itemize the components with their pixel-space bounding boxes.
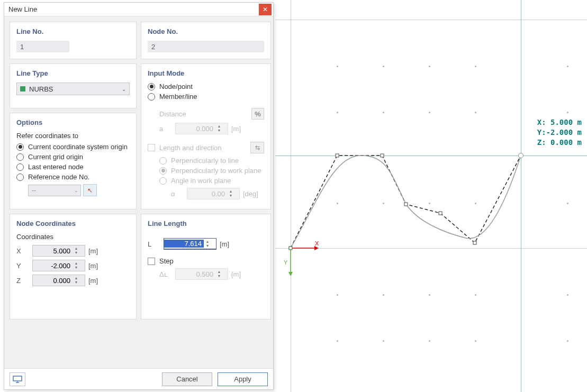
line-type-select[interactable]: NURBS ⌄ bbox=[16, 83, 130, 95]
cancel-button[interactable]: Cancel bbox=[162, 372, 212, 386]
close-button[interactable]: ✕ bbox=[259, 4, 272, 15]
coord-y-spinner[interactable]: ▲▼ bbox=[32, 260, 85, 271]
refer-reference-node[interactable]: Reference node No. bbox=[16, 173, 130, 181]
crosshair-vertical bbox=[521, 0, 521, 392]
svg-rect-13 bbox=[13, 376, 22, 381]
svg-text:Y: Y bbox=[284, 259, 288, 266]
angle-workplane-radio: Angle in work plane bbox=[159, 177, 264, 185]
line-no-field[interactable] bbox=[16, 41, 69, 52]
cursor-new-node-icon bbox=[518, 153, 523, 158]
svg-text:X: X bbox=[315, 240, 319, 247]
refer-cs-origin[interactable]: Current coordinate system origin bbox=[16, 143, 130, 151]
titlebar[interactable]: New Line ✕ bbox=[4, 3, 273, 16]
gridline-h bbox=[275, 20, 587, 20]
svg-rect-10 bbox=[404, 203, 408, 206]
perp-workplane-radio: Perpendicularly to work plane bbox=[159, 167, 264, 175]
line-no-header: Line No. bbox=[16, 28, 130, 35]
axis-x-origin bbox=[275, 248, 587, 249]
panel-options: Options Refer coordinates to Current coo… bbox=[10, 113, 137, 209]
input-mode-node-point[interactable]: Node/point bbox=[148, 83, 264, 90]
percent-toggle-button[interactable]: % bbox=[251, 108, 264, 120]
crosshair-horizontal bbox=[275, 156, 587, 156]
readout-z: Z: 0.000 m bbox=[537, 138, 582, 148]
view-toggle-button[interactable] bbox=[10, 372, 25, 386]
pick-cursor-icon: ↖ bbox=[87, 187, 93, 194]
coord-z-unit: [m] bbox=[88, 277, 98, 285]
alpha-label: α bbox=[171, 190, 187, 198]
refer-last-node[interactable]: Last entered node bbox=[16, 163, 130, 171]
panel-line-type: Line Type NURBS ⌄ bbox=[10, 63, 137, 108]
line-length-header: Line Length bbox=[148, 220, 264, 227]
panel-input-mode: Input Mode Node/point Member/line Distan… bbox=[141, 63, 271, 209]
new-line-dialog: New Line ✕ Line No. Node No. Line Type N… bbox=[4, 2, 274, 390]
refer-grid-origin[interactable]: Current grid origin bbox=[16, 153, 130, 161]
close-icon: ✕ bbox=[263, 6, 268, 13]
length-l-label: L bbox=[148, 240, 164, 248]
panel-line-length: Line Length L ▲▼ [m] Step Δʟ ▲▼ [m] bbox=[141, 214, 271, 320]
node-coords-header: Node Coordinates bbox=[16, 220, 130, 227]
dialog-footer: Cancel Apply bbox=[4, 368, 273, 389]
step-checkbox[interactable] bbox=[148, 258, 155, 265]
radio-icon bbox=[159, 167, 167, 175]
coordinate-readout: X: 5.000 m Y:-2.000 m Z: 0.000 m bbox=[537, 117, 582, 148]
line-type-swatch-icon bbox=[20, 86, 25, 92]
radio-icon bbox=[16, 163, 24, 171]
options-header: Options bbox=[16, 118, 130, 126]
input-mode-member-line[interactable]: Member/line bbox=[148, 93, 264, 101]
panel-node-no: Node No. bbox=[141, 22, 271, 59]
dialog-title: New Line bbox=[8, 5, 37, 13]
delta-l-unit: [m] bbox=[231, 270, 241, 278]
radio-icon bbox=[159, 157, 167, 165]
distance-label: Distance bbox=[159, 110, 186, 118]
coord-z-label: Z bbox=[16, 277, 32, 285]
reference-node-select[interactable]: -- ⌄ bbox=[28, 185, 81, 196]
direction-toggle-button[interactable]: ⇆ bbox=[250, 142, 264, 153]
coord-z-spinner[interactable]: ▲▼ bbox=[32, 275, 85, 286]
radio-icon bbox=[159, 177, 167, 185]
svg-rect-11 bbox=[439, 212, 442, 215]
coord-y-unit: [m] bbox=[88, 262, 98, 270]
delta-l-label: Δʟ bbox=[159, 270, 175, 278]
coord-x-spinner[interactable]: ▲▼ bbox=[32, 245, 85, 257]
axis-y-origin bbox=[291, 0, 291, 392]
a-spinner: ▲▼ bbox=[175, 123, 228, 134]
workspace-canvas[interactable]: X Y X: 5.000 m Y:-2.000 m Z: 0.000 m bbox=[275, 0, 587, 392]
readout-x: X: 5.000 m bbox=[537, 117, 582, 127]
alpha-spinner: ▲▼ bbox=[187, 188, 240, 199]
coord-x-unit: [m] bbox=[88, 247, 98, 255]
node-no-field[interactable] bbox=[148, 41, 264, 52]
length-l-unit: [m] bbox=[220, 240, 229, 248]
line-type-header: Line Type bbox=[16, 69, 130, 77]
delta-l-spinner: ▲▼ bbox=[175, 268, 228, 280]
input-mode-header: Input Mode bbox=[148, 69, 264, 77]
perp-line-radio: Perpendicularly to line bbox=[159, 157, 264, 165]
coord-y-label: Y bbox=[16, 262, 32, 270]
alpha-unit: [deg] bbox=[243, 190, 258, 198]
svg-rect-12 bbox=[473, 241, 476, 244]
coords-label: Coordinates bbox=[16, 233, 130, 241]
length-direction-label: Length and direction bbox=[159, 144, 222, 152]
line-type-value: NURBS bbox=[29, 85, 53, 93]
length-l-spinner[interactable]: ▲▼ bbox=[164, 238, 216, 250]
radio-icon bbox=[16, 174, 24, 181]
chevron-down-icon: ⌄ bbox=[122, 86, 126, 92]
coord-x-label: X bbox=[16, 247, 32, 255]
readout-y: Y:-2.000 m bbox=[537, 127, 582, 138]
panel-line-no: Line No. bbox=[10, 22, 137, 59]
radio-icon bbox=[16, 143, 24, 151]
radio-icon bbox=[16, 153, 24, 161]
apply-button[interactable]: Apply bbox=[218, 372, 268, 386]
refer-label: Refer coordinates to bbox=[16, 132, 130, 140]
length-direction-checkbox bbox=[148, 144, 155, 151]
step-label: Step bbox=[159, 257, 174, 265]
panel-node-coordinates: Node Coordinates Coordinates X ▲▼ [m] Y … bbox=[10, 214, 137, 320]
radio-icon bbox=[148, 83, 155, 90]
monitor-icon bbox=[13, 376, 22, 383]
a-unit: [m] bbox=[231, 125, 241, 133]
pick-node-button[interactable]: ↖ bbox=[83, 184, 97, 196]
nurbs-preview: X Y bbox=[275, 0, 587, 392]
chevron-down-icon: ⌄ bbox=[74, 188, 78, 193]
radio-icon bbox=[148, 93, 155, 101]
node-no-header: Node No. bbox=[148, 28, 264, 35]
a-label: a bbox=[159, 125, 175, 133]
